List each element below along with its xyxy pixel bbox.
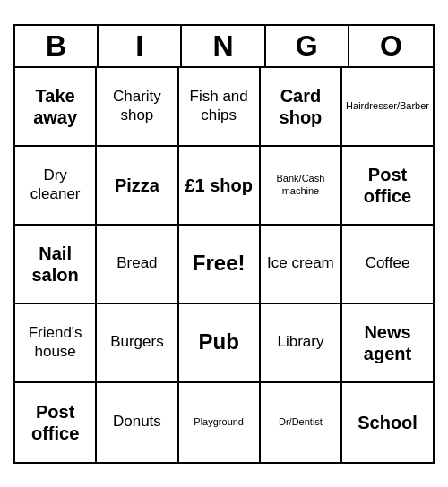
bingo-cell-4[interactable]: Hairdresser/Barber [342,68,433,147]
cell-label: Post office [19,401,91,444]
bingo-cell-24[interactable]: School [342,383,433,462]
cell-label: Friend's house [19,324,91,361]
cell-label: Charity shop [100,88,173,124]
cell-label: Pizza [115,175,159,196]
bingo-cell-19[interactable]: News agent [342,304,433,383]
cell-label: Nail salon [19,243,91,286]
cell-label: Bank/Cash machine [264,173,337,196]
cell-label: £1 shop [185,175,253,196]
bingo-cell-3[interactable]: Card shop [261,68,342,147]
bingo-cell-0[interactable]: Take away [15,68,97,147]
bingo-cell-22[interactable]: Playground [179,383,261,462]
header-letter-b: B [15,26,99,66]
cell-label: Fish and chips [183,88,255,124]
cell-label: Hairdresser/Barber [346,100,429,112]
cell-label: Card shop [264,85,337,128]
bingo-cell-13[interactable]: Ice cream [261,226,342,304]
bingo-cell-23[interactable]: Dr/Dentist [261,383,342,462]
bingo-cell-11[interactable]: Bread [97,226,178,304]
header-letter-o: O [349,26,433,66]
cell-label: Post office [346,164,429,207]
cell-label: School [358,412,418,433]
cell-label: News agent [346,321,429,364]
cell-label: Free! [193,251,246,277]
cell-label: Burgers [110,333,164,351]
bingo-cell-14[interactable]: Coffee [342,226,433,304]
bingo-cell-1[interactable]: Charity shop [97,68,178,147]
cell-label: Coffee [366,254,410,272]
cell-label: Library [277,333,323,351]
bingo-cell-5[interactable]: Dry cleaner [15,147,97,226]
cell-label: Dr/Dentist [279,416,323,428]
bingo-grid: Take awayCharity shopFish and chipsCard … [15,68,433,462]
cell-label: Bread [116,254,157,272]
bingo-cell-20[interactable]: Post office [15,383,97,462]
cell-label: Playground [194,416,244,428]
bingo-cell-16[interactable]: Burgers [97,304,178,383]
cell-label: Dry cleaner [19,167,91,203]
bingo-cell-18[interactable]: Library [261,304,342,383]
bingo-cell-17[interactable]: Pub [179,304,261,383]
header-letter-i: I [99,26,182,66]
bingo-cell-12[interactable]: Free! [179,226,261,304]
bingo-cell-7[interactable]: £1 shop [179,147,261,226]
bingo-cell-6[interactable]: Pizza [97,147,178,226]
bingo-card: BINGO Take awayCharity shopFish and chip… [13,24,435,464]
header-letter-n: N [182,26,265,66]
bingo-cell-21[interactable]: Donuts [97,383,178,462]
header-letter-g: G [266,26,349,66]
bingo-cell-9[interactable]: Post office [342,147,433,226]
bingo-cell-8[interactable]: Bank/Cash machine [261,147,342,226]
bingo-header: BINGO [15,26,433,68]
bingo-cell-2[interactable]: Fish and chips [179,68,261,147]
cell-label: Pub [199,329,239,355]
cell-label: Donuts [113,413,161,431]
bingo-cell-15[interactable]: Friend's house [15,304,97,383]
bingo-cell-10[interactable]: Nail salon [15,226,97,304]
cell-label: Ice cream [267,254,334,272]
cell-label: Take away [19,85,91,128]
